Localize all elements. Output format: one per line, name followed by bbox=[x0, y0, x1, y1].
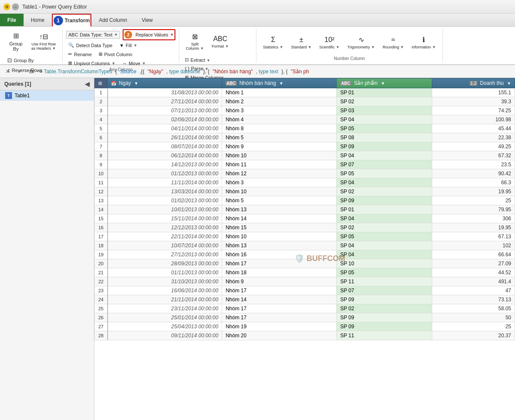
tab-view[interactable]: View bbox=[134, 14, 160, 26]
table-body: 131/08/2013 00:00:00Nhóm 1SP 01155.1227/… bbox=[95, 88, 515, 340]
cell-sanpham: SP 02 bbox=[337, 223, 432, 232]
cell-row-num: 5 bbox=[95, 124, 108, 133]
panel-toggle-button[interactable]: ◀ bbox=[85, 81, 90, 87]
th-ngay[interactable]: 📅 Ngày ▼ bbox=[108, 78, 222, 88]
cell-row-num: 3 bbox=[95, 106, 108, 115]
table-row: 1612/12/2013 00:00:00Nhóm 15SP 0219.95 bbox=[95, 223, 515, 232]
data-grid-container[interactable]: ⊞ 📅 Ngày ▼ ABC Nhóm bán hàng ▼ ABC Sả bbox=[94, 78, 515, 420]
move-icon: ↔ bbox=[122, 61, 127, 66]
replace-values-button[interactable]: 2 Replace Values ▼ bbox=[123, 29, 175, 40]
cell-doanhthu: 44.52 bbox=[432, 268, 515, 277]
cell-row-num: 21 bbox=[95, 268, 108, 277]
unpivot-icon: ⊠ bbox=[68, 60, 72, 66]
move-button[interactable]: ↔ Move ▼ bbox=[120, 59, 148, 67]
table-row: 2316/06/2014 00:00:00Nhóm 17SP 0747 bbox=[95, 286, 515, 295]
table-row: 402/06/2014 00:00:00Nhóm 4SP 04100.98 bbox=[95, 115, 515, 124]
cell-nhom: Nhóm 14 bbox=[222, 214, 337, 223]
use-first-row-button[interactable]: ↑⊟ Use First Rowas Headers ▼ bbox=[28, 29, 59, 55]
cell-ngay: 28/09/2013 00:00:00 bbox=[108, 259, 222, 268]
data-type-button[interactable]: ABC Data Type: Text ▼ bbox=[66, 31, 120, 39]
cell-doanhthu: 66.64 bbox=[432, 250, 515, 259]
cell-nhom: Nhóm 17 bbox=[222, 286, 337, 295]
table-row: 1515/11/2014 00:00:00Nhóm 14SP 04306 bbox=[95, 214, 515, 223]
nhom-type-icon: ABC bbox=[226, 81, 237, 86]
cell-row-num: 10 bbox=[95, 169, 108, 178]
format-button[interactable]: ABC Format ▼ bbox=[209, 29, 232, 55]
tab-home[interactable]: Home bbox=[24, 14, 52, 26]
cell-nhom: Nhóm 12 bbox=[222, 169, 337, 178]
title-bar-icons: ⊕ – bbox=[3, 3, 19, 10]
cell-ngay: 07/11/2013 00:00:00 bbox=[108, 106, 222, 115]
nhom-filter[interactable]: ▼ bbox=[279, 81, 283, 86]
cell-nhom: Nhóm 5 bbox=[222, 196, 337, 205]
th-doanhthu[interactable]: 1.2 Doanh thu ▼ bbox=[432, 78, 515, 88]
left-panel: Queries [1] ◀ T Table1 bbox=[0, 78, 94, 420]
transpose-button[interactable]: ⊡ Group By bbox=[5, 56, 59, 65]
cell-row-num: 9 bbox=[95, 160, 108, 169]
cell-ngay: 04/11/2014 00:00:00 bbox=[108, 124, 222, 133]
cell-nhom: Nhóm 17 bbox=[222, 304, 337, 313]
th-sanpham[interactable]: ABC Sản phẩm ▼ bbox=[337, 78, 432, 88]
main-area: Queries [1] ◀ T Table1 ⊞ 📅 Ngày ▼ bbox=[0, 78, 515, 420]
cell-ngay: 22/11/2014 00:00:00 bbox=[108, 232, 222, 241]
rename-button[interactable]: ✏ Rename bbox=[66, 50, 94, 58]
cell-ngay: 09/11/2014 00:00:00 bbox=[108, 331, 222, 340]
fill-button[interactable]: ▼ Fill ▼ bbox=[117, 41, 139, 49]
split-column-button[interactable]: ⊠ SplitColumn ▼ bbox=[183, 29, 207, 55]
rounding-button[interactable]: ≈ Rounding ▼ bbox=[379, 30, 407, 56]
ngay-filter[interactable]: ▼ bbox=[134, 81, 139, 86]
tab-file[interactable]: File bbox=[0, 14, 24, 26]
cell-nhom: Nhóm 11 bbox=[222, 160, 337, 169]
group-by-button[interactable]: ⊞ GroupBy bbox=[5, 29, 27, 55]
fill-icon: ▼ bbox=[119, 43, 124, 48]
scientific-button[interactable]: 10² Scientific ▼ bbox=[316, 30, 343, 56]
cell-ngay: 10/07/2014 00:00:00 bbox=[108, 241, 222, 250]
unpivot-columns-button[interactable]: ⊠ Unpivot Columns ▼ bbox=[66, 59, 117, 67]
doanhthu-filter[interactable]: ▼ bbox=[507, 81, 511, 86]
statistics-button[interactable]: Σ Statistics ▼ bbox=[260, 30, 286, 56]
cell-doanhthu: 306 bbox=[432, 214, 515, 223]
detect-data-type-button[interactable]: 🔍 Detect Data Type bbox=[66, 41, 114, 49]
cell-sanpham: SP 05 bbox=[337, 124, 432, 133]
table-row: 504/11/2014 00:00:00Nhóm 8SP 0545.44 bbox=[95, 124, 515, 133]
th-nhom[interactable]: ABC Nhóm bán hàng ▼ bbox=[222, 78, 337, 88]
cell-row-num: 19 bbox=[95, 250, 108, 259]
tab-transform[interactable]: 1 Transform bbox=[52, 14, 92, 27]
cell-row-num: 1 bbox=[95, 88, 108, 97]
cell-sanpham: SP 11 bbox=[337, 331, 432, 340]
scientific-icon: 10² bbox=[325, 36, 334, 43]
cell-sanpham: SP 05 bbox=[337, 232, 432, 241]
cell-ngay: 27/12/2013 00:00:00 bbox=[108, 250, 222, 259]
table-row: 1213/03/2014 00:00:00Nhóm 10SP 0219.95 bbox=[95, 187, 515, 196]
column-header-row: ⊞ 📅 Ngày ▼ ABC Nhóm bán hàng ▼ ABC Sả bbox=[95, 78, 515, 88]
standard-button[interactable]: ± Standard ▼ bbox=[288, 30, 315, 56]
formula-fx-button[interactable]: fx bbox=[27, 67, 36, 76]
query-item-table1[interactable]: T Table1 bbox=[0, 90, 94, 101]
extract-button[interactable]: ⊡ Extract ▼ bbox=[183, 56, 253, 64]
sanpham-filter[interactable]: ▼ bbox=[381, 81, 385, 86]
formula-confirm-button[interactable]: ✓ bbox=[15, 67, 24, 76]
cell-row-num: 16 bbox=[95, 223, 108, 232]
cell-sanpham: SP 04 bbox=[337, 250, 432, 259]
cell-nhom: Nhóm 1 bbox=[222, 88, 337, 97]
cell-doanhthu: 19.95 bbox=[432, 187, 515, 196]
cell-ngay: 25/04/2013 00:00:00 bbox=[108, 322, 222, 331]
number-column-content: Σ Statistics ▼ ± Standard ▼ 10² Scientif… bbox=[260, 29, 439, 56]
cell-nhom: Nhóm 3 bbox=[222, 178, 337, 187]
cell-doanhthu: 491.4 bbox=[432, 277, 515, 286]
cell-doanhthu: 50 bbox=[432, 313, 515, 322]
information-button[interactable]: ℹ Information ▼ bbox=[409, 30, 439, 56]
ribbon-tabs: File Home 1 Transform Add Column View bbox=[0, 14, 515, 27]
cell-nhom: Nhóm 17 bbox=[222, 259, 337, 268]
cell-doanhthu: 22.38 bbox=[432, 133, 515, 142]
trigonometry-button[interactable]: ∿ Trigonometry ▼ bbox=[344, 30, 378, 56]
tab-add-column[interactable]: Add Column bbox=[91, 14, 134, 26]
number-column-label: Number Column bbox=[334, 56, 365, 62]
formula-cancel-button[interactable]: ✕ bbox=[3, 67, 12, 76]
trig-icon: ∿ bbox=[358, 36, 364, 43]
cell-row-num: 28 bbox=[95, 331, 108, 340]
pivot-column-button[interactable]: ⊞ Pivot Column bbox=[96, 50, 134, 58]
cell-ngay: 08/07/2014 00:00:00 bbox=[108, 142, 222, 151]
any-column-content: ABC Data Type: Text ▼ 2 Replace Values ▼… bbox=[66, 29, 175, 67]
cell-row-num: 8 bbox=[95, 151, 108, 160]
